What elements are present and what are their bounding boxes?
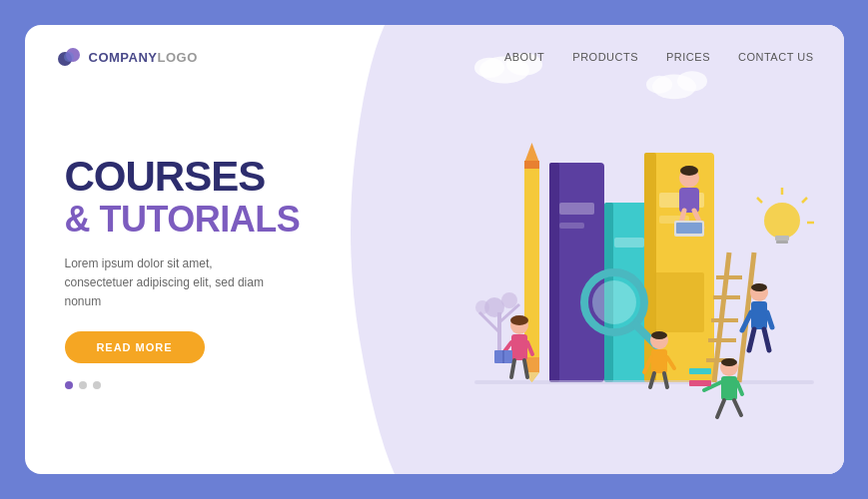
svg-rect-11 — [559, 203, 594, 215]
nav: ABOUT PRODUCTS PRICES CONTACT US — [504, 51, 814, 63]
svg-point-43 — [764, 203, 800, 239]
svg-point-79 — [510, 315, 528, 325]
svg-point-70 — [651, 331, 667, 339]
svg-rect-12 — [559, 223, 584, 229]
svg-point-63 — [751, 283, 767, 291]
svg-rect-15 — [614, 238, 644, 248]
svg-line-61 — [749, 329, 754, 350]
svg-rect-84 — [689, 374, 711, 380]
svg-point-89 — [721, 358, 737, 366]
logo: COMPANYLOGO — [55, 43, 198, 71]
dot-3[interactable] — [93, 381, 101, 389]
header: COMPANYLOGO ABOUT PRODUCTS PRICES CONTAC… — [25, 25, 844, 71]
svg-point-34 — [501, 292, 517, 308]
svg-point-54 — [680, 166, 698, 176]
title-courses: COURSES — [65, 156, 335, 198]
svg-line-47 — [802, 198, 807, 203]
nav-about[interactable]: ABOUT — [504, 51, 544, 63]
svg-rect-81 — [721, 376, 737, 400]
dot-1[interactable] — [65, 381, 73, 389]
main-card: COMPANYLOGO ABOUT PRODUCTS PRICES CONTAC… — [25, 25, 844, 474]
nav-prices[interactable]: PRICES — [666, 51, 710, 63]
svg-line-88 — [734, 400, 741, 415]
illustration — [365, 71, 844, 474]
pagination-dots — [65, 381, 335, 389]
svg-rect-44 — [775, 236, 789, 241]
svg-rect-51 — [679, 188, 699, 213]
svg-rect-56 — [676, 223, 702, 234]
svg-line-49 — [757, 198, 762, 203]
svg-rect-45 — [776, 241, 788, 244]
hero-subtitle: Lorem ipsum dolor sit amet, consectetuer… — [65, 254, 285, 312]
nav-products[interactable]: PRODUCTS — [572, 51, 638, 63]
logo-icon — [55, 43, 83, 71]
svg-point-35 — [475, 300, 489, 314]
svg-marker-23 — [524, 143, 539, 163]
svg-point-2 — [64, 52, 74, 62]
svg-line-62 — [764, 329, 769, 350]
svg-rect-21 — [474, 380, 814, 384]
svg-rect-58 — [751, 301, 767, 329]
svg-line-87 — [717, 400, 724, 417]
svg-rect-10 — [549, 163, 559, 382]
title-tutorials: & TUTORIALS — [65, 198, 335, 241]
svg-rect-65 — [651, 349, 667, 373]
nav-contact[interactable]: CONTACT US — [738, 51, 814, 63]
svg-rect-72 — [511, 334, 527, 360]
content-area: COURSES & TUTORIALS Lorem ipsum dolor si… — [25, 71, 844, 474]
left-panel: COURSES & TUTORIALS Lorem ipsum dolor si… — [25, 71, 365, 474]
svg-line-60 — [767, 312, 772, 327]
svg-rect-20 — [654, 272, 704, 332]
svg-rect-85 — [689, 368, 711, 374]
svg-rect-25 — [524, 161, 539, 169]
logo-text: COMPANYLOGO — [89, 50, 198, 65]
svg-rect-83 — [689, 380, 711, 386]
read-more-button[interactable]: READ MORE — [65, 331, 205, 363]
illustration-panel — [365, 71, 844, 474]
dot-2[interactable] — [79, 381, 87, 389]
svg-point-28 — [592, 280, 636, 324]
